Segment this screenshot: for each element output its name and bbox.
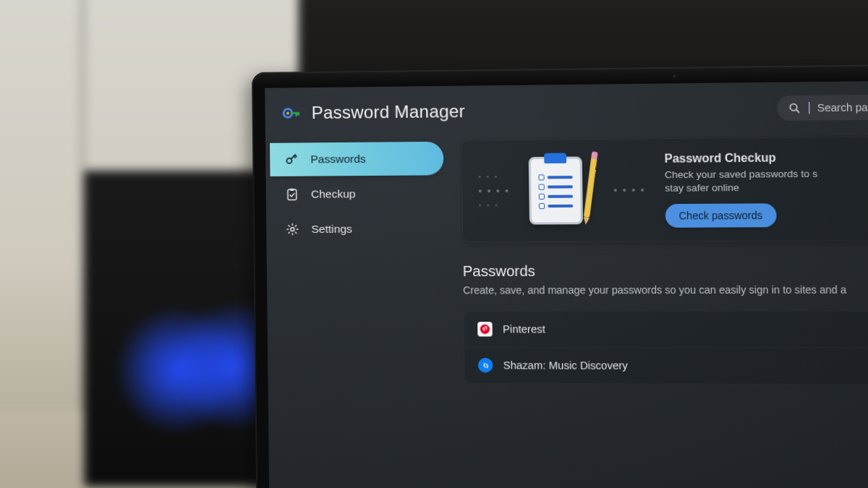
passwords-subtext: Create, save, and manage your passwords … bbox=[463, 283, 868, 296]
sidebar-item-settings[interactable]: Settings bbox=[271, 212, 445, 246]
text-caret bbox=[809, 102, 809, 114]
search-icon bbox=[788, 101, 801, 115]
checkup-text: Password Checkup Check your saved passwo… bbox=[664, 151, 818, 228]
svg-point-8 bbox=[480, 325, 490, 334]
search-box[interactable] bbox=[777, 93, 868, 121]
checkup-illustration bbox=[529, 157, 594, 225]
search-input[interactable] bbox=[817, 100, 868, 114]
checkup-title: Password Checkup bbox=[664, 151, 817, 166]
svg-point-7 bbox=[291, 228, 294, 231]
password-row-label: Shazam: Music Discovery bbox=[503, 360, 628, 372]
key-icon bbox=[284, 153, 299, 167]
laptop-bezel: Password Manager bbox=[252, 63, 868, 488]
shazam-icon bbox=[478, 358, 493, 372]
gear-icon bbox=[285, 222, 299, 236]
sidebar-item-label: Settings bbox=[311, 223, 352, 236]
brand: Password Manager bbox=[281, 101, 465, 124]
pinterest-icon bbox=[477, 322, 493, 337]
pencil-icon bbox=[584, 158, 597, 218]
svg-rect-5 bbox=[288, 189, 297, 200]
password-row-pinterest[interactable]: Pinterest bbox=[464, 312, 868, 348]
decorative-dots-right bbox=[614, 189, 644, 192]
clipboard-icon bbox=[529, 157, 583, 225]
main-content: Password Checkup Check your saved passwo… bbox=[459, 134, 868, 488]
checkup-description: Check your saved passwords to s stay saf… bbox=[665, 167, 818, 195]
decorative-dots-left bbox=[478, 176, 508, 207]
clipboard-check-icon bbox=[285, 187, 299, 202]
sidebar-item-checkup[interactable]: Checkup bbox=[271, 176, 445, 211]
password-list: Pinterest Shazam: Music Discovery bbox=[463, 311, 868, 385]
webcam-dot bbox=[671, 73, 677, 79]
password-row-shazam[interactable]: Shazam: Music Discovery bbox=[464, 348, 868, 385]
sidebar-item-passwords[interactable]: Passwords bbox=[270, 142, 444, 176]
laptop-screen: Password Manager bbox=[252, 63, 868, 488]
password-checkup-card: Password Checkup Check your saved passwo… bbox=[461, 135, 868, 243]
app-window: Password Manager bbox=[265, 80, 868, 488]
svg-point-1 bbox=[286, 112, 289, 115]
svg-rect-6 bbox=[290, 189, 294, 191]
app-header: Password Manager bbox=[265, 80, 868, 140]
password-row-label: Pinterest bbox=[503, 324, 545, 335]
sidebar-item-label: Checkup bbox=[311, 187, 356, 201]
app-title: Password Manager bbox=[311, 101, 465, 123]
passwords-heading: Passwords bbox=[463, 262, 868, 280]
sidebar-item-label: Passwords bbox=[310, 153, 366, 166]
sidebar: Passwords Checkup Settings bbox=[270, 139, 454, 488]
svg-line-3 bbox=[796, 110, 799, 113]
check-passwords-button[interactable]: Check passwords bbox=[665, 204, 777, 228]
key-logo-icon bbox=[281, 103, 301, 123]
